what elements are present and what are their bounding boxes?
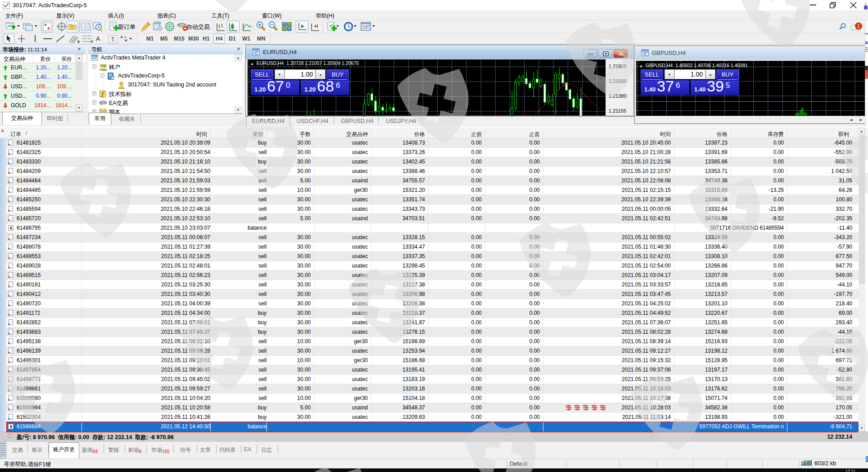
svg-text:1: 1 [857,23,860,29]
svg-text:w: w [644,54,646,56]
svg-text:w: w [255,53,258,55]
svg-text:E: E [77,40,80,43]
svg-text:F: F [91,40,93,43]
svg-text:T: T [111,36,115,43]
